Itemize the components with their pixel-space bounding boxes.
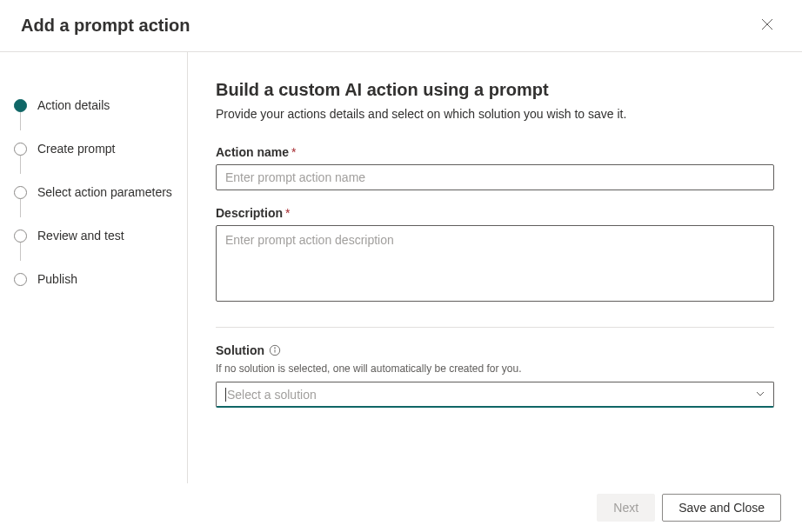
wizard-steps: Action details Create prompt Select acti… bbox=[14, 83, 173, 301]
solution-group: Solution If no solution is selected, one… bbox=[216, 343, 774, 408]
action-name-group: Action name * bbox=[216, 145, 774, 190]
info-icon[interactable] bbox=[269, 344, 281, 356]
close-icon bbox=[761, 18, 773, 33]
section-divider bbox=[216, 327, 774, 328]
dialog-body: Action details Create prompt Select acti… bbox=[0, 52, 802, 483]
select-placeholder: Select a solution bbox=[227, 388, 317, 402]
required-indicator: * bbox=[291, 145, 296, 159]
action-name-input[interactable] bbox=[216, 164, 774, 190]
next-button[interactable]: Next bbox=[597, 494, 655, 522]
step-action-details[interactable]: Action details bbox=[14, 83, 173, 127]
step-label: Select action parameters bbox=[37, 185, 172, 199]
solution-select-wrapper: Select a solution bbox=[216, 382, 774, 408]
dialog-title: Add a prompt action bbox=[21, 16, 190, 36]
description-group: Description * bbox=[216, 206, 774, 304]
dialog-header: Add a prompt action bbox=[0, 0, 802, 52]
action-name-label: Action name * bbox=[216, 145, 774, 159]
step-label: Create prompt bbox=[37, 142, 115, 156]
step-create-prompt[interactable]: Create prompt bbox=[14, 127, 173, 170]
description-label: Description * bbox=[216, 206, 774, 220]
label-text: Action name bbox=[216, 145, 289, 159]
solution-select[interactable]: Select a solution bbox=[216, 382, 774, 408]
label-text: Solution bbox=[216, 343, 264, 357]
step-label: Publish bbox=[37, 272, 77, 286]
dialog-footer: Next Save and Close bbox=[188, 483, 802, 532]
step-marker-icon bbox=[14, 229, 27, 243]
label-text: Description bbox=[216, 206, 283, 220]
required-indicator: * bbox=[285, 206, 290, 220]
wizard-sidebar: Action details Create prompt Select acti… bbox=[0, 52, 188, 483]
step-marker-icon bbox=[14, 99, 27, 112]
main-panel: Build a custom AI action using a prompt … bbox=[188, 52, 802, 483]
step-review-and-test[interactable]: Review and test bbox=[14, 214, 173, 257]
svg-point-4 bbox=[275, 348, 276, 349]
step-marker-icon bbox=[14, 143, 27, 156]
step-label: Review and test bbox=[37, 229, 124, 243]
description-input[interactable] bbox=[216, 225, 774, 302]
step-marker-icon bbox=[14, 186, 27, 199]
text-cursor bbox=[225, 388, 226, 402]
step-publish[interactable]: Publish bbox=[14, 257, 173, 301]
step-label: Action details bbox=[37, 98, 110, 112]
save-and-close-button[interactable]: Save and Close bbox=[662, 494, 781, 522]
solution-label: Solution bbox=[216, 343, 774, 357]
step-marker-icon bbox=[14, 273, 27, 286]
page-subtitle: Provide your actions details and select … bbox=[216, 107, 774, 121]
step-select-action-parameters[interactable]: Select action parameters bbox=[14, 170, 173, 214]
solution-helper-text: If no solution is selected, one will aut… bbox=[216, 362, 774, 375]
page-title: Build a custom AI action using a prompt bbox=[216, 80, 774, 100]
close-button[interactable] bbox=[753, 12, 781, 40]
